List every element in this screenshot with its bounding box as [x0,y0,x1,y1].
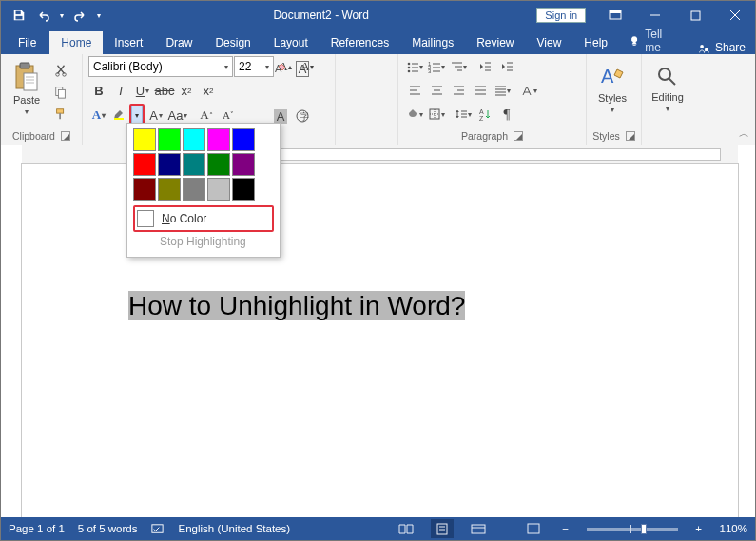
format-painter-icon[interactable] [50,104,71,125]
show-hide-icon[interactable]: ¶ [496,104,517,125]
phonetic-guide-icon[interactable]: A [292,58,313,79]
tab-review[interactable]: Review [465,31,525,54]
save-icon[interactable] [7,3,31,28]
maximize-icon[interactable] [675,1,715,29]
stop-highlighting-item[interactable]: Stop Highlighting [133,232,274,251]
word-window: ▾ ▾ Document2 - Word Sign in File Home I… [0,0,756,541]
tab-home[interactable]: Home [49,31,103,54]
collapse-ribbon-icon[interactable]: ︿ [739,126,749,141]
styles-dialog-launcher-icon[interactable] [626,131,635,141]
tab-insert[interactable]: Insert [103,31,154,54]
highlight-swatch[interactable] [207,153,230,176]
svg-rect-3 [610,10,621,13]
highlight-swatch[interactable] [232,153,255,176]
cut-icon[interactable] [50,60,71,81]
paragraph-dialog-launcher-icon[interactable] [514,131,523,141]
copy-icon[interactable] [50,82,71,103]
tab-file[interactable]: File [5,31,49,54]
highlight-swatch[interactable] [232,128,255,151]
highlight-swatch[interactable] [158,128,181,151]
zoom-slider[interactable] [587,528,678,531]
highlight-swatch[interactable] [158,153,181,176]
tab-draw[interactable]: Draw [154,31,204,54]
tab-mailings[interactable]: Mailings [400,31,465,54]
increase-indent-icon[interactable] [496,56,517,77]
italic-icon[interactable]: I [110,80,131,101]
svg-point-8 [700,45,704,48]
group-label-clipboard: Clipboard [7,128,76,145]
enclose-characters-icon[interactable]: 字 [292,106,313,126]
styles-label: Styles [598,92,627,104]
highlight-swatch[interactable] [133,128,156,151]
bold-icon[interactable]: B [88,80,109,101]
numbering-icon[interactable]: 123▾ [426,56,447,77]
word-count-status[interactable]: 5 of 5 words [78,523,138,534]
qat-customize-icon[interactable]: ▾ [92,3,106,28]
share-button[interactable]: Share [688,41,755,54]
justify-icon[interactable] [470,80,491,101]
language-status[interactable]: English (United States) [178,523,290,534]
ribbon-display-options-icon[interactable] [595,1,635,29]
page-number-status[interactable]: Page 1 of 1 [9,523,65,534]
borders-icon[interactable]: ▾ [426,104,447,125]
undo-dropdown-icon[interactable]: ▾ [56,3,68,28]
align-center-icon[interactable] [426,80,447,101]
tab-view[interactable]: View [526,31,573,54]
highlight-swatch[interactable] [133,178,156,201]
clipboard-dialog-launcher-icon[interactable] [61,131,70,141]
tab-design[interactable]: Design [204,31,262,54]
tab-help[interactable]: Help [572,31,619,54]
multilevel-list-icon[interactable]: ▾ [448,56,469,77]
font-name-combobox[interactable]: Calibri (Body)▾ [88,56,233,77]
highlight-swatch[interactable] [183,128,205,151]
zoom-out-icon[interactable]: − [558,523,573,534]
shading-icon[interactable]: ▾ [404,104,425,125]
spellcheck-icon[interactable] [150,522,165,536]
tell-me-search[interactable]: Tell me [619,28,688,54]
highlight-swatch[interactable] [232,178,255,201]
editing-button[interactable]: Editing ▾ [648,56,688,121]
web-layout-icon[interactable] [467,519,490,538]
underline-icon[interactable]: U▾ [132,80,153,101]
paste-button[interactable]: Paste ▾ [7,56,47,121]
text-effects-icon[interactable]: A▾ [88,105,109,126]
decrease-indent-icon[interactable] [475,56,495,77]
styles-button[interactable]: A Styles ▾ [592,56,632,121]
redo-icon[interactable] [68,3,92,28]
read-mode-icon[interactable] [395,519,417,538]
minimize-icon[interactable] [635,1,675,29]
highlight-dropdown-icon[interactable]: ▾ [131,106,143,125]
highlight-swatch[interactable] [183,153,205,176]
asian-layout-icon[interactable]: ▾ [518,80,539,101]
highlight-icon[interactable] [110,104,129,123]
zoom-in-icon[interactable]: + [691,523,707,534]
align-right-icon[interactable] [448,80,469,101]
font-size-combobox[interactable]: 22▾ [234,56,274,77]
highlight-swatch[interactable] [133,153,156,176]
subscript-icon[interactable]: x2 [176,80,197,101]
undo-icon[interactable] [31,3,56,28]
strikethrough-icon[interactable]: abc [154,80,175,101]
clear-formatting-icon[interactable]: A [270,58,291,79]
close-icon[interactable] [715,1,755,29]
highlight-swatch[interactable] [207,128,230,151]
superscript-icon[interactable]: x2 [198,80,219,101]
no-color-item[interactable]: No Color [133,205,274,232]
sign-in-button[interactable]: Sign in [536,8,586,23]
tab-references[interactable]: References [320,31,400,54]
highlight-swatch[interactable] [207,178,230,201]
focus-mode-icon[interactable] [522,519,545,538]
highlight-swatch[interactable] [183,178,205,201]
sort-icon[interactable]: AZ [475,104,495,125]
svg-rect-79 [472,525,485,533]
line-spacing-icon[interactable]: ▾ [453,104,474,125]
distributed-icon[interactable]: ▾ [492,80,513,101]
document-text-selection[interactable]: How to Unhighlight in Word? [128,291,465,321]
highlight-swatch[interactable] [158,178,181,201]
tab-layout[interactable]: Layout [262,31,320,54]
align-left-icon[interactable] [404,80,425,101]
print-layout-icon[interactable] [431,519,454,538]
zoom-level[interactable]: 110% [720,523,747,534]
bullets-icon[interactable]: ▾ [404,56,425,77]
paste-dropdown-icon[interactable]: ▾ [25,107,29,116]
